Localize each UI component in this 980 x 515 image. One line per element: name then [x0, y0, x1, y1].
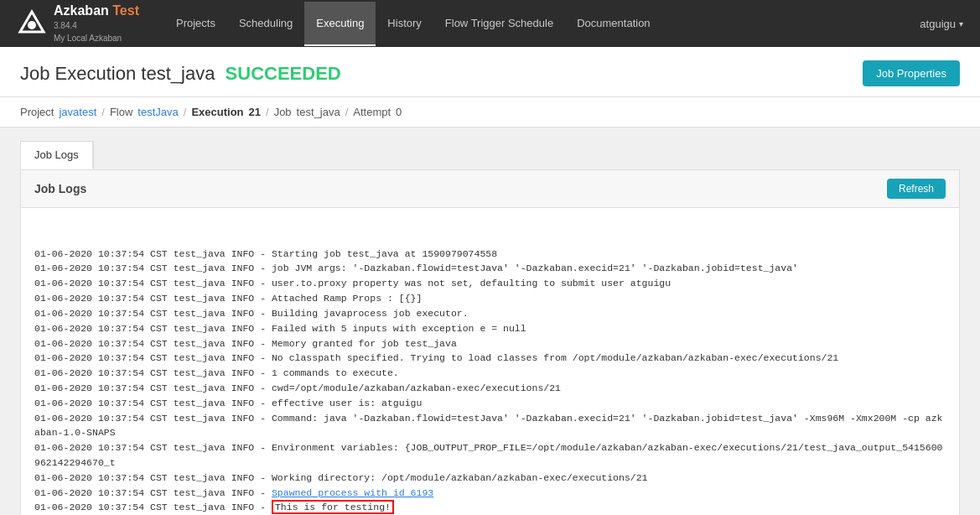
log-line: 01-06-2020 10:37:54 CST test_java INFO -…	[34, 411, 946, 441]
breadcrumb-execution-value: 21	[249, 106, 261, 118]
log-line: 01-06-2020 10:37:54 CST test_java INFO -…	[34, 247, 946, 262]
nav-history[interactable]: History	[376, 2, 433, 46]
nav-executing[interactable]: Executing	[304, 2, 376, 46]
logs-section-title: Job Logs	[34, 182, 86, 195]
page-title-status: SUCCEEDED	[226, 63, 341, 84]
nav-user[interactable]: atguigu ▾	[920, 18, 963, 30]
breadcrumb-flow-label: Flow	[110, 106, 132, 118]
log-line: 01-06-2020 10:37:54 CST test_java INFO -…	[34, 291, 946, 306]
logs-section: Job Logs Refresh 01-06-2020 10:37:54 CST…	[20, 169, 960, 515]
breadcrumb-project-label: Project	[20, 106, 54, 118]
chevron-down-icon: ▾	[959, 19, 963, 29]
log-line: 01-06-2020 10:37:54 CST test_java INFO -…	[34, 321, 946, 336]
log-line: 01-06-2020 10:37:54 CST test_java INFO -…	[34, 381, 946, 396]
nav-flow-trigger[interactable]: Flow Trigger Schedule	[433, 2, 565, 46]
breadcrumb-flow-link[interactable]: testJava	[137, 106, 178, 118]
navbar: Azkaban Test 3.84.4 My Local Azkaban Pro…	[0, 0, 980, 47]
nav-username: atguigu	[920, 18, 956, 30]
brand-name-test: Test	[112, 3, 139, 18]
svg-point-1	[28, 21, 36, 29]
logs-body: 01-06-2020 10:37:54 CST test_java INFO -…	[21, 208, 959, 515]
page-title: Job Execution test_java SUCCEEDED	[20, 63, 341, 85]
job-properties-button[interactable]: Job Properties	[863, 60, 960, 86]
tab-job-logs[interactable]: Job Logs	[21, 142, 93, 169]
brand-text: Azkaban Test 3.84.4 My Local Azkaban	[54, 3, 139, 44]
nav-scheduling[interactable]: Scheduling	[227, 2, 304, 46]
breadcrumb-execution-label: Execution	[191, 106, 243, 118]
log-line: 01-06-2020 10:37:54 CST test_java INFO -…	[34, 306, 946, 321]
main-content: Job Logs Job Logs Refresh 01-06-2020 10:…	[0, 127, 980, 515]
nav-projects[interactable]: Projects	[164, 2, 227, 46]
spawned-link[interactable]: Spawned process with id 6193	[272, 487, 433, 498]
page-title-prefix: Job Execution test_java	[20, 63, 215, 84]
breadcrumb-attempt-label: Attempt	[353, 106, 391, 118]
log-line: 01-06-2020 10:37:54 CST test_java INFO -…	[34, 500, 946, 515]
breadcrumb-job-label: Job	[274, 106, 292, 118]
brand: Azkaban Test 3.84.4 My Local Azkaban	[17, 3, 139, 44]
log-line: 01-06-2020 10:37:54 CST test_java INFO -…	[34, 440, 946, 471]
tab-bar: Job Logs	[20, 141, 94, 169]
nav-documentation[interactable]: Documentation	[565, 2, 661, 46]
breadcrumb: Project javatest / Flow testJava / Execu…	[0, 97, 980, 127]
log-line: 01-06-2020 10:37:54 CST test_java INFO -…	[34, 366, 946, 381]
breadcrumb-sep-3: /	[266, 106, 269, 118]
breadcrumb-project-link[interactable]: javatest	[59, 106, 96, 118]
brand-logo-icon	[17, 8, 47, 39]
log-line: 01-06-2020 10:37:54 CST test_java INFO -…	[34, 336, 946, 351]
page-header: Job Execution test_java SUCCEEDED Job Pr…	[0, 47, 980, 97]
brand-version: 3.84.4	[54, 18, 139, 31]
log-line: 01-06-2020 10:37:54 CST test_java INFO -…	[34, 396, 946, 411]
brand-name-azkaban: Azkaban	[54, 3, 109, 18]
logs-header: Job Logs Refresh	[21, 170, 959, 208]
nav-links: Projects Scheduling Executing History Fl…	[164, 2, 920, 46]
log-line: 01-06-2020 10:37:54 CST test_java INFO -…	[34, 486, 946, 501]
highlight-text: This is for testing!	[272, 500, 394, 514]
breadcrumb-attempt-value: 0	[396, 106, 402, 118]
refresh-button[interactable]: Refresh	[887, 179, 946, 199]
log-line: 01-06-2020 10:37:54 CST test_java INFO -…	[34, 471, 946, 486]
breadcrumb-sep-4: /	[345, 106, 349, 118]
log-line: 01-06-2020 10:37:54 CST test_java INFO -…	[34, 276, 946, 291]
log-line: 01-06-2020 10:37:54 CST test_java INFO -…	[34, 351, 946, 366]
breadcrumb-job-value: test_java	[297, 106, 340, 118]
breadcrumb-sep-2: /	[184, 106, 187, 118]
log-line: 01-06-2020 10:37:54 CST test_java INFO -…	[34, 261, 946, 276]
breadcrumb-sep-1: /	[101, 106, 105, 118]
brand-subtitle: My Local Azkaban	[54, 31, 139, 44]
